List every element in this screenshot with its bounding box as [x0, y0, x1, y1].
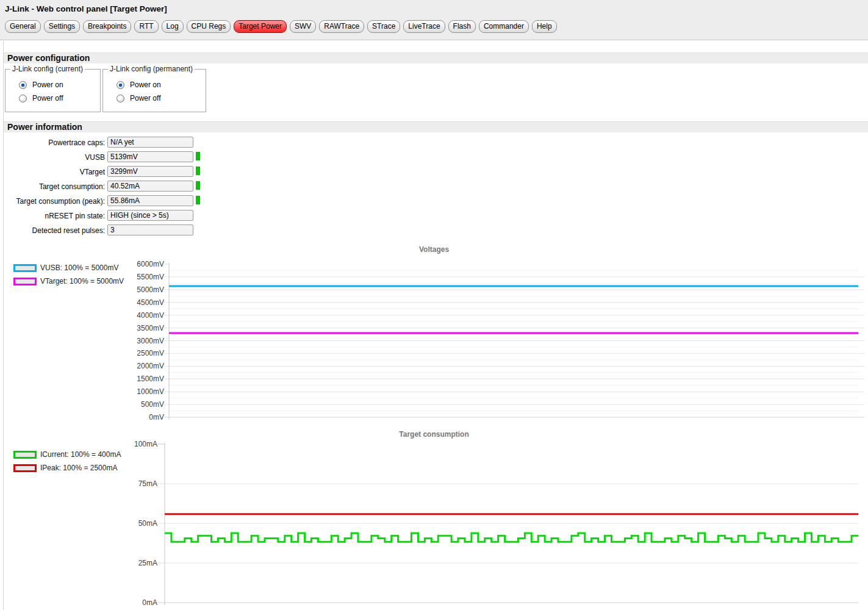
tab-flash[interactable]: Flash: [448, 20, 476, 33]
legend-label: IPeak: 100% = 2500mA: [40, 464, 117, 472]
info-field-label: Target consumption (peak):: [0, 197, 105, 206]
info-field-label: Powertrace caps:: [0, 138, 105, 147]
config-group-current: J-Link config (current)Power onPower off: [5, 65, 101, 112]
radio-button[interactable]: [19, 95, 27, 102]
info-field-value-vtarget[interactable]: 3299mV: [107, 166, 193, 177]
tab-swv[interactable]: SWV: [290, 20, 316, 33]
y-axis-tick-label: 5500mV: [0, 273, 164, 281]
info-field-value-nreset-pin-state[interactable]: HIGH (since > 5s): [107, 210, 193, 221]
legend-swatch: [13, 464, 37, 472]
tab-breakpoints[interactable]: Breakpoints: [83, 20, 131, 33]
window-header: J-Link - Web control panel [Target Power…: [0, 0, 868, 40]
y-axis-tick-label: 4500mV: [0, 298, 164, 307]
config-group-permanent: J-Link config (permanent)Power onPower o…: [102, 65, 206, 112]
tab-rawtrace[interactable]: RAWTrace: [319, 20, 364, 33]
info-field-label: VUSB: [0, 153, 105, 162]
y-axis-tick-label: 3000mV: [0, 337, 164, 345]
legend-label: ICurrent: 100% = 400mA: [40, 450, 121, 459]
section-title: Power configuration: [4, 53, 868, 63]
info-field-label: Detected reset pulses:: [0, 226, 105, 235]
tab-strace[interactable]: STrace: [367, 20, 400, 33]
info-field-value-powertrace-caps[interactable]: N/A yet: [107, 137, 193, 148]
tab-general[interactable]: General: [5, 20, 41, 33]
y-axis-tick-label: 75mA: [0, 479, 157, 488]
info-field-label: Target consumption:: [0, 182, 105, 191]
radio-button[interactable]: [117, 81, 124, 89]
chart-title-target-consumption: Target consumption: [0, 430, 868, 439]
chart-title-voltages: Voltages: [0, 245, 868, 254]
tab-help[interactable]: Help: [532, 20, 557, 33]
y-axis-tick-label: 4000mV: [0, 311, 164, 320]
radio-option-power-on[interactable]: Power on: [19, 81, 95, 89]
radio-option-power-off[interactable]: Power off: [117, 94, 201, 102]
y-axis-tick-label: 0mV: [0, 413, 164, 422]
tab-settings[interactable]: Settings: [44, 20, 80, 33]
config-group-legend: J-Link config (permanent): [108, 65, 195, 73]
legend-swatch: [13, 451, 37, 459]
info-field-value-target-consumption[interactable]: 40.52mA: [107, 181, 193, 192]
status-indicator-bar: [196, 196, 200, 204]
status-indicator-bar: [196, 152, 200, 160]
radio-button[interactable]: [117, 95, 124, 102]
radio-label: Power off: [32, 94, 63, 102]
y-axis-tick-label: 1500mV: [0, 375, 164, 383]
y-axis-tick-label: 100mA: [0, 440, 157, 448]
info-field-label: nRESET pin state:: [0, 212, 105, 220]
radio-label: Power on: [130, 81, 161, 89]
radio-option-power-on[interactable]: Power on: [117, 81, 201, 89]
tab-livetrace[interactable]: LiveTrace: [403, 20, 445, 33]
tab-rtt[interactable]: RTT: [134, 20, 158, 33]
tab-commander[interactable]: Commander: [479, 20, 529, 33]
y-axis-tick-label: 5000mV: [0, 285, 164, 294]
section-header-power-information: Power information: [4, 121, 868, 132]
y-axis-tick-label: 1000mV: [0, 387, 164, 396]
y-axis-tick-label: 25mA: [0, 559, 157, 567]
y-axis-tick-label: 50mA: [0, 519, 157, 528]
series-icurrent: [165, 533, 858, 542]
y-axis-tick-label: 2000mV: [0, 362, 164, 370]
y-axis-tick-label: 2500mV: [0, 349, 164, 357]
tab-target-power[interactable]: Target Power: [234, 20, 287, 33]
section-header-power-configuration: Power configuration: [4, 52, 868, 63]
section-title: Power information: [4, 122, 868, 132]
y-axis-tick-label: 500mV: [0, 400, 164, 409]
y-axis-tick-label: 0mA: [0, 598, 157, 607]
tab-cpu-regs[interactable]: CPU Regs: [187, 20, 231, 33]
window-title: J-Link - Web control panel [Target Power…: [5, 4, 167, 13]
info-field-value-detected-reset-pulses[interactable]: 3: [107, 224, 193, 235]
info-field-value-vusb[interactable]: 5139mV: [107, 151, 193, 162]
info-field-label: VTarget: [0, 168, 105, 176]
info-field-value-target-consumption-peak[interactable]: 55.86mA: [107, 195, 193, 206]
radio-option-power-off[interactable]: Power off: [19, 94, 95, 102]
y-axis-tick-label: 3500mV: [0, 324, 164, 332]
status-indicator-bar: [196, 167, 200, 175]
radio-label: Power off: [130, 94, 160, 102]
y-axis-tick-label: 6000mV: [0, 260, 164, 268]
config-group-legend: J-Link config (current): [10, 65, 85, 73]
jlink-web-control-panel: { "window_title": "J-Link - Web control …: [0, 0, 868, 610]
tab-log[interactable]: Log: [162, 20, 184, 33]
status-indicator-bar: [196, 181, 200, 190]
radio-label: Power on: [32, 81, 63, 89]
tab-bar: GeneralSettingsBreakpointsRTTLogCPU Regs…: [5, 20, 557, 33]
radio-button[interactable]: [19, 81, 27, 89]
